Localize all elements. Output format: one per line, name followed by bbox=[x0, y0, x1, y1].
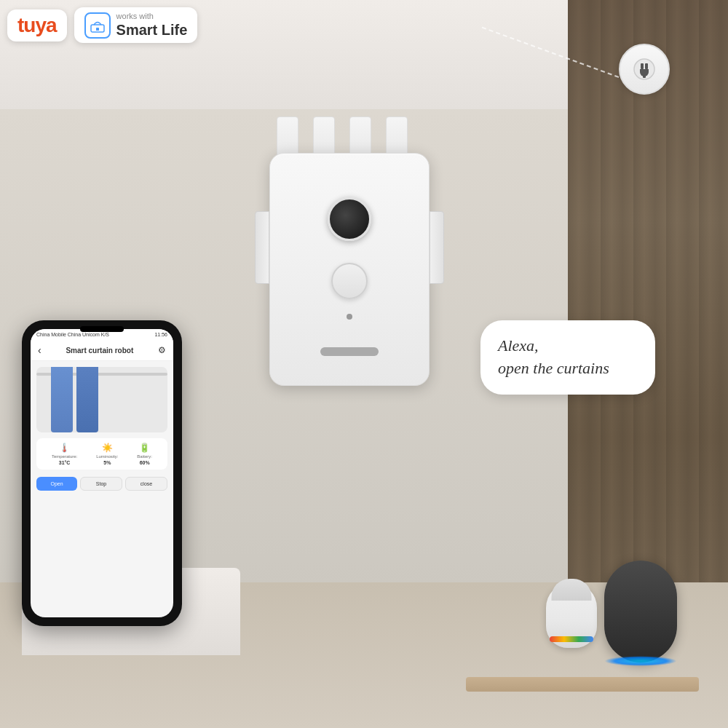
phone-notch bbox=[80, 326, 124, 332]
battery-value: 60% bbox=[140, 460, 150, 465]
luminosity-label: Luminosity: bbox=[96, 454, 118, 459]
battery-icon: 🔋 bbox=[139, 443, 150, 453]
echo-body bbox=[604, 561, 677, 662]
temperature-value: 31°C bbox=[59, 460, 71, 465]
phone-status-left: China Mobile China Unicom K/S bbox=[36, 332, 109, 337]
device-side-left bbox=[255, 211, 269, 284]
plug-icon-circle bbox=[619, 44, 670, 95]
phone-mockup: China Mobile China Unicom K/S 11:56 ‹ Sm… bbox=[22, 320, 182, 626]
phone-controls: Open Stop close bbox=[31, 477, 173, 491]
temperature-label: Temperature: bbox=[52, 454, 77, 459]
settings-button[interactable]: ⚙ bbox=[158, 345, 166, 355]
works-with-label: works with bbox=[116, 12, 188, 21]
stat-luminosity: ☀️ Luminosity: 5% bbox=[96, 443, 118, 465]
google-home-top bbox=[552, 579, 592, 601]
luminosity-value: 5% bbox=[103, 460, 111, 465]
phone-stats-row: 🌡️ Temperature: 31°C ☀️ Luminosity: 5% 🔋… bbox=[36, 438, 167, 470]
curtain-preview bbox=[36, 367, 167, 432]
sun-icon: ☀️ bbox=[102, 443, 113, 453]
google-home-body bbox=[546, 582, 597, 648]
app-title: Smart curtain robot bbox=[66, 347, 133, 355]
amazon-echo-speaker bbox=[597, 561, 684, 684]
curtain-panel-2 bbox=[76, 367, 98, 432]
svg-rect-4 bbox=[645, 63, 648, 69]
svg-rect-3 bbox=[641, 63, 644, 69]
device-side-right bbox=[430, 211, 444, 284]
google-home-ring bbox=[550, 636, 593, 642]
device-slot bbox=[320, 347, 379, 356]
stop-button[interactable]: Stop bbox=[80, 477, 122, 491]
svg-rect-5 bbox=[643, 75, 646, 78]
tuya-logo: tuya bbox=[7, 9, 67, 41]
curtain-panel-1 bbox=[51, 367, 73, 432]
back-button[interactable]: ‹ bbox=[38, 344, 41, 356]
speakers-container bbox=[480, 466, 684, 684]
plug-container bbox=[619, 44, 670, 95]
device-main-body bbox=[269, 153, 430, 386]
echo-light-ring bbox=[604, 656, 677, 666]
device-body bbox=[269, 153, 430, 386]
speech-bubble-text: Alexa, open the curtains bbox=[498, 335, 638, 380]
svg-rect-1 bbox=[96, 28, 99, 31]
device-dot bbox=[347, 314, 352, 320]
google-home-speaker bbox=[539, 582, 604, 670]
header-bar: tuya works with Smart Life bbox=[7, 7, 197, 43]
device-button[interactable] bbox=[331, 263, 368, 299]
stat-temperature: 🌡️ Temperature: 31°C bbox=[52, 443, 77, 465]
speech-bubble: Alexa, open the curtains bbox=[480, 320, 655, 395]
smart-life-badge: works with Smart Life bbox=[74, 7, 198, 43]
device-camera bbox=[328, 197, 371, 241]
phone-frame: China Mobile China Unicom K/S 11:56 ‹ Sm… bbox=[22, 320, 182, 626]
stat-battery: 🔋 Battery: 60% bbox=[137, 443, 152, 465]
smart-life-icon bbox=[84, 12, 111, 39]
phone-screen: China Mobile China Unicom K/S 11:56 ‹ Sm… bbox=[31, 329, 173, 617]
phone-app-header: ‹ Smart curtain robot ⚙ bbox=[31, 340, 173, 361]
thermometer-icon: 🌡️ bbox=[59, 443, 70, 453]
curtain-robot-device bbox=[233, 109, 466, 488]
tuya-label: tuya bbox=[17, 14, 57, 37]
open-button[interactable]: Open bbox=[36, 477, 77, 491]
smart-life-text: works with Smart Life bbox=[116, 12, 188, 39]
battery-label: Battery: bbox=[137, 454, 152, 459]
smart-life-name: Smart Life bbox=[116, 21, 188, 39]
close-button[interactable]: close bbox=[125, 477, 167, 491]
phone-status-right: 11:56 bbox=[154, 332, 167, 337]
